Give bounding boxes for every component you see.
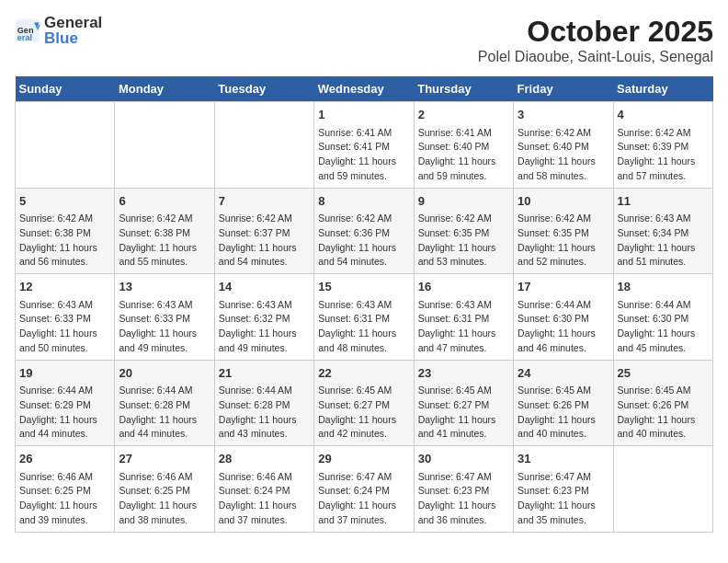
- calendar-cell: 8Sunrise: 6:42 AM Sunset: 6:36 PM Daylig…: [314, 188, 414, 274]
- day-info: Sunrise: 6:41 AM Sunset: 6:41 PM Dayligh…: [318, 126, 409, 184]
- page-header: Gen eral General Blue October 2025 Polel…: [15, 15, 713, 65]
- day-info: Sunrise: 6:42 AM Sunset: 6:38 PM Dayligh…: [19, 212, 110, 270]
- day-number: 22: [318, 364, 409, 383]
- day-number: 25: [618, 364, 709, 383]
- calendar-cell: 4Sunrise: 6:42 AM Sunset: 6:39 PM Daylig…: [613, 102, 712, 189]
- day-number: 31: [518, 450, 609, 468]
- day-info: Sunrise: 6:47 AM Sunset: 6:23 PM Dayligh…: [518, 470, 609, 528]
- calendar-week-row: 19Sunrise: 6:44 AM Sunset: 6:29 PM Dayli…: [16, 360, 713, 446]
- day-info: Sunrise: 6:42 AM Sunset: 6:35 PM Dayligh…: [518, 212, 609, 270]
- day-info: Sunrise: 6:45 AM Sunset: 6:27 PM Dayligh…: [318, 384, 409, 442]
- calendar-cell: 13Sunrise: 6:43 AM Sunset: 6:33 PM Dayli…: [115, 274, 214, 361]
- calendar-cell: 31Sunrise: 6:47 AM Sunset: 6:23 PM Dayli…: [514, 446, 613, 533]
- calendar-cell: 19Sunrise: 6:44 AM Sunset: 6:29 PM Dayli…: [16, 360, 115, 446]
- calendar-cell: 25Sunrise: 6:45 AM Sunset: 6:26 PM Dayli…: [613, 360, 712, 446]
- calendar-cell: 22Sunrise: 6:45 AM Sunset: 6:27 PM Dayli…: [314, 360, 414, 446]
- day-info: Sunrise: 6:46 AM Sunset: 6:25 PM Dayligh…: [19, 470, 110, 528]
- day-number: 12: [19, 278, 110, 296]
- calendar-cell: [613, 446, 712, 533]
- day-info: Sunrise: 6:44 AM Sunset: 6:29 PM Dayligh…: [19, 384, 110, 442]
- day-number: 6: [119, 192, 210, 211]
- day-number: 21: [219, 364, 310, 383]
- logo-icon: Gen eral: [15, 17, 40, 43]
- calendar-cell: 27Sunrise: 6:46 AM Sunset: 6:25 PM Dayli…: [115, 446, 214, 533]
- day-number: 15: [318, 278, 409, 296]
- day-number: 16: [418, 278, 509, 296]
- day-number: 28: [219, 450, 310, 468]
- column-header-wednesday: Wednesday: [314, 76, 414, 102]
- day-number: 24: [518, 364, 609, 383]
- logo-blue-text: Blue: [44, 29, 78, 47]
- calendar-cell: 2Sunrise: 6:41 AM Sunset: 6:40 PM Daylig…: [414, 102, 513, 189]
- day-number: 13: [119, 278, 210, 296]
- calendar-cell: 26Sunrise: 6:46 AM Sunset: 6:25 PM Dayli…: [16, 446, 115, 533]
- day-info: Sunrise: 6:45 AM Sunset: 6:27 PM Dayligh…: [418, 384, 509, 442]
- day-number: 19: [19, 364, 110, 383]
- calendar-header-row: SundayMondayTuesdayWednesdayThursdayFrid…: [16, 76, 713, 102]
- day-info: Sunrise: 6:43 AM Sunset: 6:32 PM Dayligh…: [219, 298, 310, 356]
- calendar-cell: 14Sunrise: 6:43 AM Sunset: 6:32 PM Dayli…: [214, 274, 313, 361]
- location-title: Polel Diaoube, Saint-Louis, Senegal: [478, 49, 713, 65]
- day-number: 8: [318, 192, 409, 211]
- calendar-table: SundayMondayTuesdayWednesdayThursdayFrid…: [15, 76, 713, 533]
- day-number: 20: [119, 364, 210, 383]
- day-number: 7: [219, 192, 310, 211]
- day-number: 4: [618, 106, 709, 124]
- day-info: Sunrise: 6:43 AM Sunset: 6:34 PM Dayligh…: [618, 212, 709, 270]
- column-header-sunday: Sunday: [16, 76, 115, 102]
- day-info: Sunrise: 6:44 AM Sunset: 6:28 PM Dayligh…: [219, 384, 310, 442]
- calendar-cell: 30Sunrise: 6:47 AM Sunset: 6:23 PM Dayli…: [414, 446, 513, 533]
- logo: Gen eral General Blue: [15, 15, 102, 46]
- day-number: 29: [318, 450, 409, 468]
- day-number: 2: [418, 106, 509, 124]
- calendar-cell: [214, 102, 313, 189]
- calendar-cell: [16, 102, 115, 189]
- calendar-cell: 12Sunrise: 6:43 AM Sunset: 6:33 PM Dayli…: [16, 274, 115, 361]
- day-number: 23: [418, 364, 509, 383]
- day-info: Sunrise: 6:44 AM Sunset: 6:28 PM Dayligh…: [119, 384, 210, 442]
- calendar-cell: 16Sunrise: 6:43 AM Sunset: 6:31 PM Dayli…: [414, 274, 513, 361]
- column-header-thursday: Thursday: [414, 76, 513, 102]
- month-title: October 2025: [478, 15, 713, 49]
- day-number: 11: [618, 192, 709, 211]
- column-header-saturday: Saturday: [613, 76, 712, 102]
- calendar-cell: 3Sunrise: 6:42 AM Sunset: 6:40 PM Daylig…: [514, 102, 613, 189]
- calendar-week-row: 12Sunrise: 6:43 AM Sunset: 6:33 PM Dayli…: [16, 274, 713, 361]
- calendar-cell: 10Sunrise: 6:42 AM Sunset: 6:35 PM Dayli…: [514, 188, 613, 274]
- calendar-cell: 9Sunrise: 6:42 AM Sunset: 6:35 PM Daylig…: [414, 188, 513, 274]
- calendar-cell: 20Sunrise: 6:44 AM Sunset: 6:28 PM Dayli…: [115, 360, 214, 446]
- day-info: Sunrise: 6:45 AM Sunset: 6:26 PM Dayligh…: [618, 384, 709, 442]
- calendar-cell: 23Sunrise: 6:45 AM Sunset: 6:27 PM Dayli…: [414, 360, 513, 446]
- column-header-monday: Monday: [115, 76, 214, 102]
- day-info: Sunrise: 6:42 AM Sunset: 6:37 PM Dayligh…: [219, 212, 310, 270]
- day-number: 17: [518, 278, 609, 296]
- day-number: 14: [219, 278, 310, 296]
- calendar-cell: 15Sunrise: 6:43 AM Sunset: 6:31 PM Dayli…: [314, 274, 414, 361]
- column-header-friday: Friday: [514, 76, 613, 102]
- day-info: Sunrise: 6:42 AM Sunset: 6:40 PM Dayligh…: [518, 126, 609, 184]
- title-area: October 2025 Polel Diaoube, Saint-Louis,…: [478, 15, 713, 65]
- calendar-cell: 29Sunrise: 6:47 AM Sunset: 6:24 PM Dayli…: [314, 446, 414, 533]
- calendar-week-row: 26Sunrise: 6:46 AM Sunset: 6:25 PM Dayli…: [16, 446, 713, 533]
- calendar-cell: 28Sunrise: 6:46 AM Sunset: 6:24 PM Dayli…: [214, 446, 313, 533]
- day-info: Sunrise: 6:42 AM Sunset: 6:36 PM Dayligh…: [318, 212, 409, 270]
- day-info: Sunrise: 6:43 AM Sunset: 6:31 PM Dayligh…: [418, 298, 509, 356]
- calendar-cell: 7Sunrise: 6:42 AM Sunset: 6:37 PM Daylig…: [214, 188, 313, 274]
- day-info: Sunrise: 6:47 AM Sunset: 6:24 PM Dayligh…: [318, 470, 409, 528]
- day-number: 30: [418, 450, 509, 468]
- svg-text:eral: eral: [17, 33, 32, 42]
- day-info: Sunrise: 6:44 AM Sunset: 6:30 PM Dayligh…: [518, 298, 609, 356]
- calendar-cell: 5Sunrise: 6:42 AM Sunset: 6:38 PM Daylig…: [16, 188, 115, 274]
- day-info: Sunrise: 6:43 AM Sunset: 6:33 PM Dayligh…: [119, 298, 210, 356]
- column-header-tuesday: Tuesday: [214, 76, 313, 102]
- calendar-week-row: 5Sunrise: 6:42 AM Sunset: 6:38 PM Daylig…: [16, 188, 713, 274]
- day-info: Sunrise: 6:42 AM Sunset: 6:35 PM Dayligh…: [418, 212, 509, 270]
- calendar-cell: 21Sunrise: 6:44 AM Sunset: 6:28 PM Dayli…: [214, 360, 313, 446]
- day-number: 27: [119, 450, 210, 468]
- calendar-cell: 11Sunrise: 6:43 AM Sunset: 6:34 PM Dayli…: [613, 188, 712, 274]
- calendar-week-row: 1Sunrise: 6:41 AM Sunset: 6:41 PM Daylig…: [16, 102, 713, 189]
- day-info: Sunrise: 6:43 AM Sunset: 6:31 PM Dayligh…: [318, 298, 409, 356]
- calendar-cell: 18Sunrise: 6:44 AM Sunset: 6:30 PM Dayli…: [613, 274, 712, 361]
- day-number: 3: [518, 106, 609, 124]
- calendar-cell: 1Sunrise: 6:41 AM Sunset: 6:41 PM Daylig…: [314, 102, 414, 189]
